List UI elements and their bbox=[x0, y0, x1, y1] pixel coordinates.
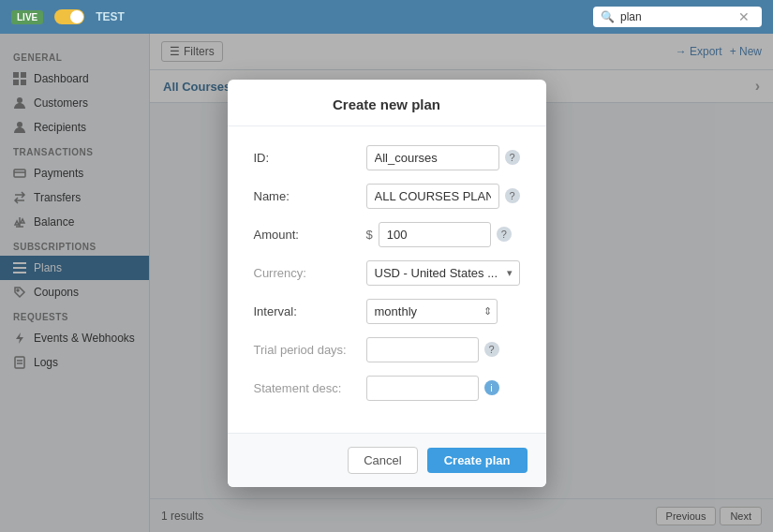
search-clear-icon[interactable]: ✕ bbox=[738, 9, 750, 24]
name-help-icon[interactable]: ? bbox=[505, 188, 520, 203]
amount-input[interactable] bbox=[379, 222, 491, 247]
id-input[interactable] bbox=[366, 145, 499, 170]
create-plan-modal: Create new plan ID: ? Name: ? Amou bbox=[228, 80, 546, 487]
form-row-id: ID: ? bbox=[254, 145, 520, 170]
field-label-trial: Trial period days: bbox=[254, 343, 366, 357]
field-control-name: ? bbox=[366, 184, 520, 209]
form-row-name: Name: ? bbox=[254, 184, 520, 209]
form-row-statement: Statement desc: i bbox=[254, 376, 520, 401]
modal-title: Create new plan bbox=[228, 80, 546, 126]
field-control-currency: USD - United States ... EUR - Euro GBP -… bbox=[366, 260, 520, 286]
dollar-sign: $ bbox=[366, 228, 373, 242]
search-icon: 🔍 bbox=[601, 10, 615, 23]
field-control-trial: ? bbox=[366, 337, 520, 362]
field-label-amount: Amount: bbox=[254, 228, 366, 242]
trial-help-icon[interactable]: ? bbox=[484, 342, 499, 357]
interval-select[interactable]: monthly weekly daily yearly bbox=[366, 299, 498, 324]
amount-help-icon[interactable]: ? bbox=[497, 227, 512, 242]
field-control-amount: $ ? bbox=[366, 222, 520, 247]
trial-input[interactable] bbox=[366, 337, 479, 362]
test-badge: TEST bbox=[96, 10, 125, 23]
search-box: 🔍 ✕ bbox=[593, 7, 762, 27]
toggle-knob bbox=[70, 10, 83, 23]
currency-select[interactable]: USD - United States ... EUR - Euro GBP -… bbox=[366, 260, 520, 286]
field-control-statement: i bbox=[366, 376, 520, 401]
statement-info-icon[interactable]: i bbox=[484, 380, 499, 395]
modal-body: ID: ? Name: ? Amount: $ bbox=[228, 126, 546, 433]
field-label-id: ID: bbox=[254, 151, 366, 165]
field-label-currency: Currency: bbox=[254, 266, 366, 280]
modal-overlay: Create new plan ID: ? Name: ? Amou bbox=[0, 34, 773, 532]
statement-input[interactable] bbox=[366, 376, 479, 401]
name-input[interactable] bbox=[366, 184, 499, 209]
currency-select-wrap: USD - United States ... EUR - Euro GBP -… bbox=[366, 260, 520, 286]
id-help-icon[interactable]: ? bbox=[505, 150, 520, 165]
modal-footer: Cancel Create plan bbox=[228, 433, 546, 487]
form-row-currency: Currency: USD - United States ... EUR - … bbox=[254, 260, 520, 286]
form-row-trial: Trial period days: ? bbox=[254, 337, 520, 362]
cancel-button[interactable]: Cancel bbox=[348, 447, 417, 474]
field-label-interval: Interval: bbox=[254, 304, 366, 318]
env-toggle[interactable] bbox=[54, 9, 84, 24]
create-plan-button[interactable]: Create plan bbox=[427, 448, 528, 473]
top-bar: LIVE TEST 🔍 ✕ bbox=[0, 0, 773, 34]
field-control-interval: monthly weekly daily yearly bbox=[366, 299, 520, 324]
field-control-id: ? bbox=[366, 145, 520, 170]
form-row-interval: Interval: monthly weekly daily yearly bbox=[254, 299, 520, 324]
interval-select-wrap: monthly weekly daily yearly bbox=[366, 299, 498, 324]
field-label-name: Name: bbox=[254, 189, 366, 203]
form-row-amount: Amount: $ ? bbox=[254, 222, 520, 247]
field-label-statement: Statement desc: bbox=[254, 381, 366, 395]
search-input[interactable] bbox=[620, 10, 733, 23]
live-badge: LIVE bbox=[11, 10, 43, 24]
